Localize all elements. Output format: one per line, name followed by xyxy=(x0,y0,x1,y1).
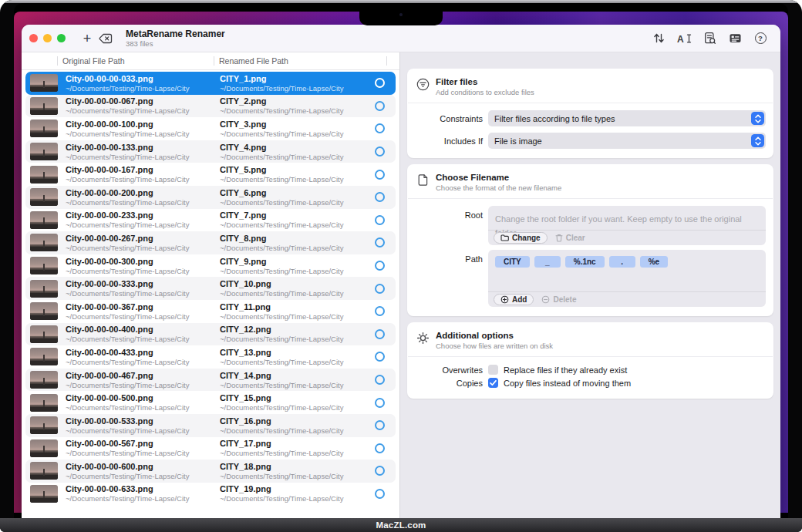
rename-button[interactable]: A xyxy=(675,29,693,48)
renamed-name: CITY_15.png xyxy=(220,393,363,403)
renamed-name: CITY_10.png xyxy=(220,279,363,289)
path-field: CITY_%.1nc.%e Add xyxy=(488,250,766,307)
overwrites-checkbox[interactable] xyxy=(488,365,498,375)
table-row[interactable]: City-00-00-00-200.png ~/Documents/Testin… xyxy=(25,186,396,209)
root-input[interactable]: Change the root folder if you want. Keep… xyxy=(488,206,766,230)
renamed-name: CITY_13.png xyxy=(220,348,363,358)
row-status-circle-icon[interactable] xyxy=(375,170,385,180)
renamed-name: CITY_12.png xyxy=(220,325,363,335)
filter-card-title: Filter files xyxy=(436,77,534,87)
path-token[interactable]: _ xyxy=(534,256,561,268)
stepper-icon xyxy=(751,112,764,125)
table-row[interactable]: City-00-00-00-633.png ~/Documents/Testin… xyxy=(25,483,396,506)
path-token[interactable]: %.1nc xyxy=(565,256,605,268)
row-status-circle-icon[interactable] xyxy=(375,420,385,430)
row-status-circle-icon[interactable] xyxy=(375,352,385,362)
list-header: Original File Path Renamed File Path xyxy=(22,52,399,70)
row-status-circle-icon[interactable] xyxy=(375,306,385,316)
copies-checkbox[interactable] xyxy=(488,378,498,388)
table-row[interactable]: City-00-00-00-233.png ~/Documents/Testin… xyxy=(25,209,396,232)
original-name: City-00-00-00-233.png xyxy=(66,210,220,221)
row-status-circle-icon[interactable] xyxy=(375,329,385,339)
row-status-circle-icon[interactable] xyxy=(375,146,385,157)
root-label: Root xyxy=(415,206,488,220)
file-path: ~/Documents/Testing/Time-Lapse/City xyxy=(66,130,220,138)
row-status-circle-icon[interactable] xyxy=(375,237,385,247)
table-row[interactable]: City-00-00-00-467.png ~/Documents/Testin… xyxy=(25,369,396,392)
file-path: ~/Documents/Testing/Time-Lapse/City xyxy=(220,449,363,457)
original-name: City-00-00-00-400.png xyxy=(66,325,220,335)
path-token[interactable]: %e xyxy=(640,256,668,268)
help-button[interactable]: ? xyxy=(751,29,770,48)
add-token-button[interactable]: Add xyxy=(494,294,534,305)
file-path: ~/Documents/Testing/Time-Lapse/City xyxy=(66,426,220,435)
renamed-name: CITY_3.png xyxy=(220,120,363,130)
table-row[interactable]: City-00-00-00-600.png ~/Documents/Testin… xyxy=(25,460,396,483)
row-status-circle-icon[interactable] xyxy=(375,375,385,385)
row-status-circle-icon[interactable] xyxy=(375,192,385,202)
traffic-lights xyxy=(29,34,66,42)
file-thumbnail xyxy=(30,211,58,229)
row-status-circle-icon[interactable] xyxy=(375,466,385,476)
path-token[interactable]: . xyxy=(609,256,635,268)
zoom-button[interactable] xyxy=(57,34,66,42)
file-path: ~/Documents/Testing/Time-Lapse/City xyxy=(220,335,363,343)
table-row[interactable]: City-00-00-00-133.png ~/Documents/Testin… xyxy=(25,140,396,163)
table-row[interactable]: City-00-00-00-433.png ~/Documents/Testin… xyxy=(25,345,396,369)
constraints-dropdown[interactable]: Filter files according to file types xyxy=(488,110,766,126)
row-status-circle-icon[interactable] xyxy=(375,398,385,408)
table-row[interactable]: City-00-00-00-367.png ~/Documents/Testin… xyxy=(25,300,396,323)
close-button[interactable] xyxy=(29,34,38,42)
change-folder-button[interactable]: Change xyxy=(494,232,548,244)
table-row[interactable]: City-00-00-00-067.png ~/Documents/Testin… xyxy=(25,95,396,118)
laptop-frame: + MetaRename Renamer 383 files xyxy=(0,0,802,532)
table-row[interactable]: City-00-00-00-033.png ~/Documents/Testin… xyxy=(25,72,396,95)
preview-button[interactable] xyxy=(700,29,719,48)
delete-token-button[interactable]: Delete xyxy=(541,295,576,304)
file-path: ~/Documents/Testing/Time-Lapse/City xyxy=(66,267,220,275)
table-row[interactable]: City-00-00-00-100.png ~/Documents/Testin… xyxy=(25,117,396,140)
table-row[interactable]: City-00-00-00-533.png ~/Documents/Testin… xyxy=(25,414,396,437)
column-renamed[interactable]: Renamed File Path xyxy=(214,56,386,66)
queue-button[interactable] xyxy=(726,29,744,48)
original-name: City-00-00-00-600.png xyxy=(66,462,220,472)
table-row[interactable]: City-00-00-00-167.png ~/Documents/Testin… xyxy=(25,163,396,186)
column-divider[interactable] xyxy=(386,56,387,66)
row-status-circle-icon[interactable] xyxy=(375,78,385,88)
file-path: ~/Documents/Testing/Time-Lapse/City xyxy=(220,472,363,480)
file-thumbnail xyxy=(30,325,58,343)
renamed-name: CITY_8.png xyxy=(220,234,363,244)
check-icon xyxy=(489,379,497,387)
row-status-circle-icon[interactable] xyxy=(375,489,385,499)
row-status-circle-icon[interactable] xyxy=(375,123,385,133)
table-row[interactable]: City-00-00-00-400.png ~/Documents/Testin… xyxy=(25,323,396,346)
row-status-circle-icon[interactable] xyxy=(375,101,385,111)
table-row[interactable]: City-00-00-00-500.png ~/Documents/Testin… xyxy=(25,391,396,414)
file-path: ~/Documents/Testing/Time-Lapse/City xyxy=(66,221,220,229)
row-status-circle-icon[interactable] xyxy=(375,443,385,453)
table-row[interactable]: City-00-00-00-300.png ~/Documents/Testin… xyxy=(25,254,396,278)
path-token[interactable]: CITY xyxy=(495,256,530,268)
file-path: ~/Documents/Testing/Time-Lapse/City xyxy=(220,244,363,252)
file-path: ~/Documents/Testing/Time-Lapse/City xyxy=(66,312,220,321)
filter-files-card: Filter files Add conditions to exclude f… xyxy=(407,69,773,158)
row-status-circle-icon[interactable] xyxy=(375,215,385,225)
renamed-name: CITY_16.png xyxy=(220,416,363,426)
table-row[interactable]: City-00-00-00-267.png ~/Documents/Testin… xyxy=(25,231,396,254)
row-status-circle-icon[interactable] xyxy=(375,261,385,271)
choose-filename-card: Choose Filename Choose the format of the… xyxy=(407,164,773,316)
minimize-button[interactable] xyxy=(43,34,52,42)
clear-list-button[interactable] xyxy=(96,29,115,48)
file-path: ~/Documents/Testing/Time-Lapse/City xyxy=(220,130,363,138)
add-files-button[interactable]: + xyxy=(78,29,96,48)
camera-icon xyxy=(399,13,403,16)
table-row[interactable]: City-00-00-00-333.png ~/Documents/Testin… xyxy=(25,277,396,300)
table-row[interactable]: City-00-00-00-567.png ~/Documents/Testin… xyxy=(25,437,396,460)
file-path: ~/Documents/Testing/Time-Lapse/City xyxy=(220,221,363,229)
clear-root-button[interactable]: Clear xyxy=(555,234,585,242)
file-path: ~/Documents/Testing/Time-Lapse/City xyxy=(66,106,220,115)
sort-button[interactable] xyxy=(649,29,668,48)
column-original[interactable]: Original File Path xyxy=(58,56,214,66)
row-status-circle-icon[interactable] xyxy=(375,284,385,294)
includes-if-dropdown[interactable]: File is image xyxy=(488,133,766,149)
